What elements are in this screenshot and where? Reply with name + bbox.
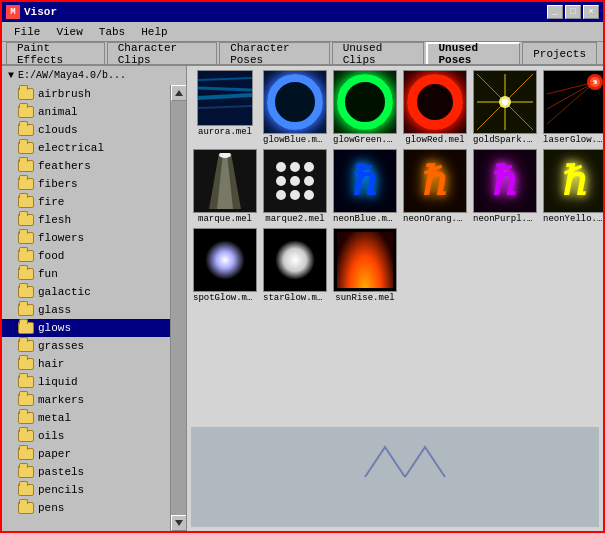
gallery-item-glowBlue[interactable]: glowBlue.mel (261, 70, 329, 145)
menu-tabs[interactable]: Tabs (91, 24, 133, 40)
sidebar-item-flesh[interactable]: flesh (2, 211, 170, 229)
sidebar-item-clouds[interactable]: clouds (2, 121, 170, 139)
sunrise-shape (337, 232, 393, 288)
maximize-button[interactable]: □ (565, 5, 581, 19)
menu-view[interactable]: View (48, 24, 90, 40)
sidebar-item-grasses[interactable]: grasses (2, 337, 170, 355)
menu-help[interactable]: Help (133, 24, 175, 40)
sidebar-item-flowers[interactable]: flowers (2, 229, 170, 247)
sidebar-item-pencils[interactable]: pencils (2, 481, 170, 499)
window-title: Visor (24, 6, 57, 18)
label-aurora: aurora.mel (198, 127, 252, 137)
gallery-item-laserGlow[interactable]: laserGlow... (541, 70, 603, 145)
sidebar-item-animal[interactable]: animal (2, 103, 170, 121)
sidebar-item-fire[interactable]: fire (2, 193, 170, 211)
sidebar-item-paper[interactable]: paper (2, 445, 170, 463)
green-ring (337, 74, 393, 130)
title-bar: M Visor _ □ × (2, 2, 603, 22)
gallery-item-sunRise[interactable]: sunRise.mel (331, 228, 399, 303)
close-button[interactable]: × (583, 5, 599, 19)
gallery-item-neonOrange[interactable]: ℏ neonOrang... (401, 149, 469, 224)
gallery-row-1: aurora.mel glowBlue.mel glowGreen... (191, 70, 599, 145)
sidebar-scrollbar[interactable] (170, 85, 186, 531)
sidebar-item-glows[interactable]: glows (2, 319, 170, 337)
tab-unused-poses[interactable]: Unused Poses (426, 42, 520, 64)
thumb-laserGlow (543, 70, 603, 134)
gallery-item-starGlow[interactable]: starGlow.mel (261, 228, 329, 303)
folder-icon (18, 466, 34, 478)
sidebar-item-hair[interactable]: hair (2, 355, 170, 373)
label-neonPurple: neonPurpl... (473, 214, 537, 224)
sidebar-item-markers[interactable]: markers (2, 391, 170, 409)
svg-point-29 (304, 176, 314, 186)
gallery-item-glowGreen[interactable]: glowGreen... (331, 70, 399, 145)
tab-character-clips[interactable]: Character Clips (107, 42, 217, 64)
sidebar-item-airbrush[interactable]: airbrush (2, 85, 170, 103)
sidebar-item-glass[interactable]: glass (2, 301, 170, 319)
preview-svg (335, 437, 455, 517)
sidebar-list[interactable]: airbrush animal clouds electrical (2, 85, 170, 531)
gallery-item-goldSpark[interactable]: goldSpark... (471, 70, 539, 145)
folder-icon (18, 502, 34, 514)
sidebar-item-feathers[interactable]: feathers (2, 157, 170, 175)
gallery-item-neonYellow[interactable]: ℏ neonYello... (541, 149, 603, 224)
neon-h-blue-shape: ℏ (352, 158, 378, 205)
sidebar-item-galactic[interactable]: galactic (2, 283, 170, 301)
folder-icon (18, 412, 34, 424)
label-neonOrange: neonOrang... (403, 214, 467, 224)
svg-line-2 (198, 88, 252, 90)
minimize-button[interactable]: _ (547, 5, 563, 19)
title-buttons: _ □ × (547, 5, 599, 19)
menu-file[interactable]: File (6, 24, 48, 40)
folder-icon (18, 268, 34, 280)
svg-point-31 (290, 190, 300, 200)
sidebar-item-metal[interactable]: metal (2, 409, 170, 427)
gallery-item-spotGlow[interactable]: spotGlow.mel (191, 228, 259, 303)
thumb-goldSpark (473, 70, 537, 134)
tabs-bar: Paint Effects Character Clips Character … (2, 42, 603, 66)
sidebar-item-liquid[interactable]: liquid (2, 373, 170, 391)
sidebar-item-fun[interactable]: fun (2, 265, 170, 283)
preview-area (191, 427, 599, 527)
folder-icon (18, 340, 34, 352)
sidebar-item-oils[interactable]: oils (2, 427, 170, 445)
sidebar-item-food[interactable]: food (2, 247, 170, 265)
red-ring (407, 74, 463, 130)
scroll-track[interactable] (171, 101, 186, 515)
gallery-area: aurora.mel glowBlue.mel glowGreen... (187, 66, 603, 531)
folder-icon (18, 304, 34, 316)
thumb-marque2 (263, 149, 327, 213)
gallery-item-aurora[interactable]: aurora.mel (191, 70, 259, 145)
folder-icon (18, 430, 34, 442)
gallery-item-neonPurple[interactable]: ℏ neonPurpl... (471, 149, 539, 224)
folder-icon (18, 178, 34, 190)
sidebar-item-pens[interactable]: pens (2, 499, 170, 517)
gallery-item-glowRed[interactable]: glowRed.mel (401, 70, 469, 145)
label-starGlow: starGlow.mel (263, 293, 327, 303)
sidebar-item-pastels[interactable]: pastels (2, 463, 170, 481)
folder-icon (18, 286, 34, 298)
scroll-up-button[interactable] (171, 85, 186, 101)
gallery-item-neonBlue[interactable]: ℏ neonBlue.mel (331, 149, 399, 224)
scroll-down-button[interactable] (171, 515, 186, 531)
thumb-marque (193, 149, 257, 213)
sidebar-item-fibers[interactable]: fibers (2, 175, 170, 193)
folder-icon (18, 484, 34, 496)
thumb-aurora (197, 70, 253, 126)
sidebar-path: ▼ E:/AW/Maya4.0/b... (2, 66, 186, 85)
tab-character-poses[interactable]: Character Poses (219, 42, 329, 64)
gallery-item-marque[interactable]: marque.mel (191, 149, 259, 224)
folder-icon (18, 250, 34, 262)
label-sunRise: sunRise.mel (335, 293, 394, 303)
tab-projects[interactable]: Projects (522, 42, 597, 64)
neon-h-purple-shape: ℏ (492, 158, 518, 205)
sidebar: ▼ E:/AW/Maya4.0/b... airbrush animal cl (2, 66, 187, 531)
gallery-item-marque2[interactable]: marque2.mel (261, 149, 329, 224)
gallery-row-2: marque.mel (191, 149, 599, 224)
folder-icon (18, 124, 34, 136)
tab-unused-clips[interactable]: Unused Clips (332, 42, 425, 64)
sidebar-item-electrical[interactable]: electrical (2, 139, 170, 157)
tab-paint-effects[interactable]: Paint Effects (6, 42, 105, 64)
label-marque2: marque2.mel (265, 214, 324, 224)
svg-point-27 (276, 176, 286, 186)
